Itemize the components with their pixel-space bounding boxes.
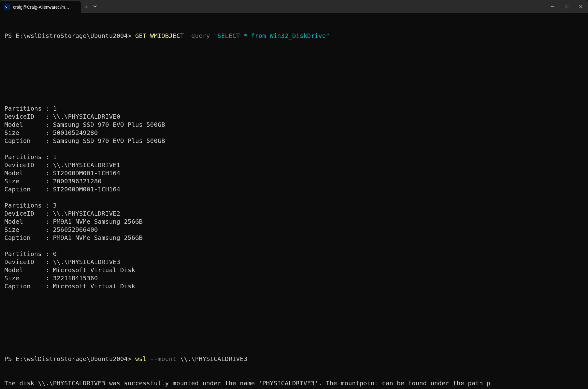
ps-prompt-line-1: PS E:\wslDistroStorage\Ubuntu2004> GET-W… bbox=[4, 32, 584, 40]
wmi-field-line: DeviceID : \\.\PHYSICALDRIVE1 bbox=[4, 161, 584, 169]
mount-output-line: The disk \\.\PHYSICALDRIVE3 was successf… bbox=[4, 379, 584, 387]
close-icon bbox=[579, 5, 583, 8]
svg-rect-0 bbox=[565, 5, 568, 8]
ps-flag-mount: --mount bbox=[147, 355, 180, 363]
wmi-field-line: Caption : Samsung SSD 970 EVO Plus 500GB bbox=[4, 137, 584, 145]
maximize-button[interactable] bbox=[559, 0, 574, 13]
wmi-field-line: DeviceID : \\.\PHYSICALDRIVE2 bbox=[4, 209, 584, 217]
wmi-field-line: Caption : ST2000DM001-1CH164 bbox=[4, 185, 584, 193]
wmi-field-line: Model : ST2000DM001-1CH164 bbox=[4, 169, 584, 177]
wmi-field-line: Caption : Microsoft Virtual Disk bbox=[4, 282, 584, 290]
wmi-field-line: Caption : PM9A1 NVMe Samsung 256GB bbox=[4, 234, 584, 242]
terminal-window: >_ craig@Craig-Alienware: /mnt/w + bbox=[0, 0, 588, 389]
ps-cmd-wsl: wsl bbox=[135, 355, 146, 363]
ps-flag: -query bbox=[184, 32, 214, 39]
tab-strip: >_ craig@Craig-Alienware: /mnt/w bbox=[0, 0, 81, 13]
minimize-button[interactable] bbox=[545, 0, 559, 13]
wmi-field-line: Partitions : 0 bbox=[4, 250, 584, 258]
wmi-field-line: Partitions : 1 bbox=[4, 153, 584, 161]
wmi-field-line: DeviceID : \\.\PHYSICALDRIVE0 bbox=[4, 112, 584, 121]
titlebar-drag-region[interactable] bbox=[101, 0, 545, 13]
close-window-button[interactable] bbox=[574, 0, 588, 13]
wmi-field-line: Partitions : 3 bbox=[4, 201, 584, 209]
window-controls bbox=[545, 0, 588, 13]
wmi-field-line: Size : 322118415360 bbox=[4, 274, 584, 282]
ps-arg-drive: \\.\PHYSICALDRIVE3 bbox=[180, 355, 247, 363]
ps-prompt-path: PS E:\wslDistroStorage\Ubuntu2004> bbox=[4, 355, 135, 363]
wmi-field-line: Model : PM9A1 NVMe Samsung 256GB bbox=[4, 217, 584, 226]
terminal-viewport[interactable]: PS E:\wslDistroStorage\Ubuntu2004> GET-W… bbox=[0, 13, 588, 389]
wmi-field-line: Size : 2000396321280 bbox=[4, 177, 584, 185]
powershell-icon: >_ bbox=[4, 4, 10, 10]
ps-arg: "SELECT * from Win32_DiskDrive" bbox=[214, 32, 329, 39]
wmi-field-line: Size : 500105249280 bbox=[4, 129, 584, 137]
tab-dropdown-button[interactable] bbox=[93, 3, 97, 10]
tab-title: craig@Craig-Alienware: /mnt/w bbox=[13, 5, 71, 10]
wmi-field-line: Model : Samsung SSD 970 EVO Plus 500GB bbox=[4, 121, 584, 129]
minimize-icon bbox=[550, 5, 554, 8]
wmi-field-line: Size : 256052966400 bbox=[4, 226, 584, 234]
chevron-down-icon bbox=[93, 4, 97, 9]
close-tab-button[interactable] bbox=[74, 4, 76, 10]
wmi-output: Partitions : 1DeviceID : \\.\PHYSICALDRI… bbox=[4, 104, 584, 290]
ps-prompt-line-2: PS E:\wslDistroStorage\Ubuntu2004> wsl -… bbox=[4, 355, 584, 363]
titlebar: >_ craig@Craig-Alienware: /mnt/w + bbox=[0, 0, 588, 13]
terminal-tab[interactable]: >_ craig@Craig-Alienware: /mnt/w bbox=[0, 1, 81, 13]
wmi-field-line: DeviceID : \\.\PHYSICALDRIVE3 bbox=[4, 258, 584, 266]
ps-cmdlet: GET-WMIOBJECT bbox=[135, 32, 184, 39]
wmi-field-line: Model : Microsoft Virtual Disk bbox=[4, 266, 584, 274]
maximize-icon bbox=[565, 5, 568, 8]
new-tab-button[interactable]: + bbox=[84, 3, 88, 10]
ps-prompt-path: PS E:\wslDistroStorage\Ubuntu2004> bbox=[4, 32, 135, 39]
tab-controls: + bbox=[81, 0, 101, 13]
wmi-field-line: Partitions : 1 bbox=[4, 104, 584, 112]
